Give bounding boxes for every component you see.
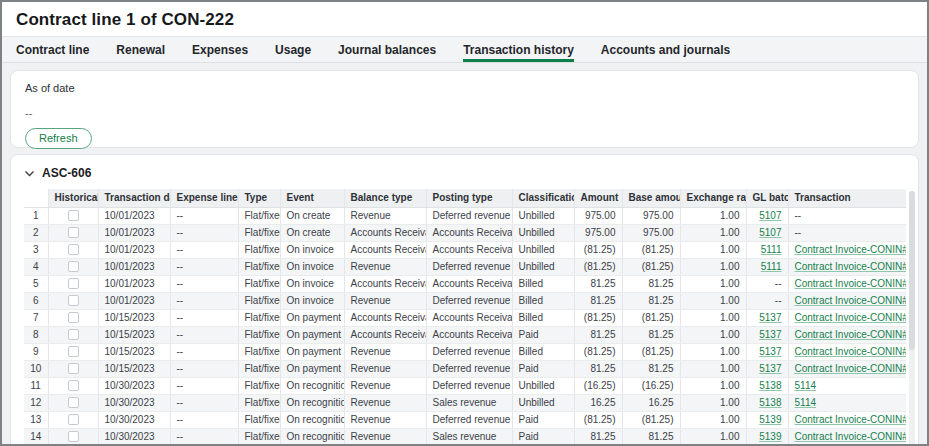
gl_batch-link[interactable]: 5138 [759, 397, 781, 408]
gl_batch-link[interactable]: 5139 [759, 414, 781, 425]
historical-checkbox[interactable] [68, 346, 79, 357]
classification-cell: Billed [512, 309, 574, 326]
transaction-cell: Contract Invoice-CONIN#0325#doc [788, 258, 906, 275]
posting_type-cell: Deferred revenue [426, 360, 512, 377]
tab-contract-line[interactable]: Contract line [16, 37, 89, 62]
expense_line-cell: -- [170, 343, 238, 360]
base_amount-cell: (81.25) [622, 258, 680, 275]
historical-checkbox[interactable] [68, 227, 79, 238]
historical-cell [48, 343, 98, 360]
historical-checkbox[interactable] [68, 210, 79, 221]
event-cell: On payment [280, 343, 344, 360]
tab-renewal[interactable]: Renewal [116, 37, 165, 62]
table-row: 210/01/2023--Flat/fixedOn createAccounts… [24, 224, 906, 241]
posting_type-cell: Deferred revenue [426, 292, 512, 309]
transaction-link[interactable]: Contract Invoice-CONIN#0325#doc [795, 329, 907, 340]
table-scrollbar[interactable] [909, 191, 915, 446]
chevron-down-icon[interactable] [24, 168, 35, 179]
gl_batch-link[interactable]: 5137 [759, 312, 781, 323]
base_amount-cell: 975.00 [622, 224, 680, 241]
gl_batch-link[interactable]: 5137 [759, 363, 781, 374]
gl_batch-link[interactable]: 5107 [759, 210, 781, 221]
historical-checkbox[interactable] [68, 363, 79, 374]
historical-checkbox[interactable] [68, 261, 79, 272]
expense_line-cell: -- [170, 207, 238, 224]
exchange_rate-cell: 1.00 [680, 360, 746, 377]
refresh-button[interactable]: Refresh [25, 128, 92, 149]
balance_type-cell: Revenue [344, 292, 426, 309]
historical-cell [48, 360, 98, 377]
gl_batch-cell: 5138 [746, 394, 788, 411]
table-row: 310/01/2023--Flat/fixedOn invoiceAccount… [24, 241, 906, 258]
gl_batch-link[interactable]: 5137 [759, 329, 781, 340]
transaction-link[interactable]: Contract Invoice-CONIN#0325#doc [795, 346, 907, 357]
date-cell: 10/30/2023 [98, 411, 170, 428]
expense_line-cell: -- [170, 428, 238, 445]
tab-journal-balances[interactable]: Journal balances [338, 37, 436, 62]
transaction-link[interactable]: Contract Invoice-CONIN#0325#doc [795, 261, 907, 272]
column-header-amount: Amount [574, 189, 622, 207]
transaction-link[interactable]: 5114 [795, 397, 817, 408]
transaction-link[interactable]: 5114 [795, 380, 817, 391]
amount-cell: 975.00 [574, 224, 622, 241]
transaction-link[interactable]: Contract Invoice-CONIN#0325#doc [795, 414, 907, 425]
historical-checkbox[interactable] [68, 414, 79, 425]
gl_batch-cell: 5111 [746, 241, 788, 258]
date-cell: 10/15/2023 [98, 326, 170, 343]
tab-accounts-and-journals[interactable]: Accounts and journals [601, 37, 730, 62]
table-row: 610/01/2023--Flat/fixedOn invoiceRevenue… [24, 292, 906, 309]
tab-usage[interactable]: Usage [275, 37, 311, 62]
historical-checkbox[interactable] [68, 431, 79, 442]
exchange_rate-cell: 1.00 [680, 241, 746, 258]
gl_batch-link[interactable]: 5137 [759, 346, 781, 357]
event-cell: On payment [280, 309, 344, 326]
table-row: 1210/30/2023--Flat/fixedOn recognitionRe… [24, 394, 906, 411]
base_amount-cell: (16.25) [622, 377, 680, 394]
exchange_rate-cell: 1.00 [680, 394, 746, 411]
asc606-section-header[interactable]: ASC-606 [11, 155, 918, 188]
tab-transaction-history[interactable]: Transaction history [463, 37, 574, 62]
transaction-link[interactable]: Contract Invoice-CONIN#0325#doc [795, 278, 907, 289]
historical-checkbox[interactable] [68, 397, 79, 408]
num-cell: 4 [24, 258, 48, 275]
historical-cell [48, 224, 98, 241]
date-cell: 10/01/2023 [98, 258, 170, 275]
type-cell: Flat/fixed [238, 258, 280, 275]
section-title: ASC-606 [42, 166, 91, 180]
base_amount-cell: (81.25) [622, 343, 680, 360]
num-cell: 7 [24, 309, 48, 326]
amount-cell: 16.25 [574, 394, 622, 411]
gl_batch-link[interactable]: 5139 [759, 431, 781, 442]
gl_batch-link[interactable]: 5111 [761, 244, 782, 255]
scrollbar-thumb[interactable] [909, 191, 915, 350]
transaction-link[interactable]: Contract Invoice-CONIN#0325#doc [795, 312, 907, 323]
table-row: 1010/15/2023--Flat/fixedOn paymentRevenu… [24, 360, 906, 377]
posting_type-cell: Accounts Receivable [426, 275, 512, 292]
historical-checkbox[interactable] [68, 244, 79, 255]
historical-checkbox[interactable] [68, 380, 79, 391]
historical-checkbox[interactable] [68, 295, 79, 306]
gl_batch-cell: 5138 [746, 377, 788, 394]
historical-checkbox[interactable] [68, 312, 79, 323]
exchange_rate-cell: 1.00 [680, 326, 746, 343]
transaction-link[interactable]: Contract Invoice-CONIN#0325#doc [795, 295, 907, 306]
gl_batch-link[interactable]: 5111 [761, 261, 782, 272]
type-cell: Flat/fixed [238, 275, 280, 292]
expense_line-cell: -- [170, 326, 238, 343]
historical-checkbox[interactable] [68, 278, 79, 289]
gl_batch-link[interactable]: 5138 [759, 380, 781, 391]
classification-cell: Billed [512, 343, 574, 360]
as-of-date-label: As of date [25, 82, 904, 94]
historical-cell [48, 207, 98, 224]
table-row: 810/15/2023--Flat/fixedOn paymentAccount… [24, 326, 906, 343]
historical-checkbox[interactable] [68, 329, 79, 340]
tab-expenses[interactable]: Expenses [192, 37, 248, 62]
transaction-link[interactable]: Contract Invoice-CONIN#0325#doc [795, 431, 907, 442]
posting_type-cell: Accounts Receivable [426, 309, 512, 326]
expense_line-cell: -- [170, 394, 238, 411]
type-cell: Flat/fixed [238, 292, 280, 309]
transaction-link[interactable]: Contract Invoice-CONIN#0325#doc [795, 244, 907, 255]
date-cell: 10/30/2023 [98, 394, 170, 411]
transaction-link[interactable]: Contract Invoice-CONIN#0325#doc [795, 363, 907, 374]
gl_batch-link[interactable]: 5107 [759, 227, 781, 238]
